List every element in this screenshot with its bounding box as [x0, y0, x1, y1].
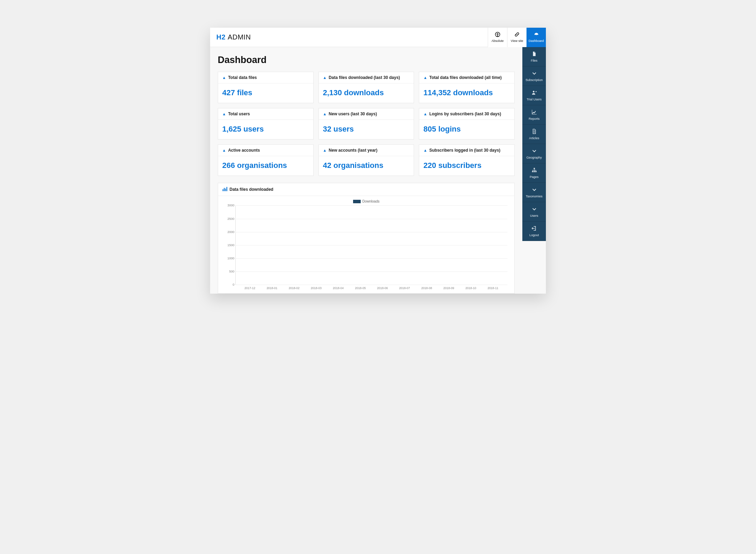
stat-head: ▲Total data files downloaded (all time) [419, 72, 514, 83]
stat-value: 220 subscribers [419, 156, 514, 176]
stats-grid: ▲Total data files427 files▲Data files do… [218, 72, 515, 176]
sitemap-icon [532, 168, 537, 174]
legend-swatch [353, 200, 361, 203]
header: H2 ADMIN AbsoluteView siteDashboard [210, 28, 546, 47]
brand-logo: H2 ADMIN [210, 33, 257, 41]
rail-item-label: Articles [529, 136, 539, 140]
brand-suffix: ADMIN [228, 33, 251, 41]
svg-rect-4 [533, 168, 535, 169]
dashboard-icon [534, 32, 539, 38]
rail-item-trial-users[interactable]: Trial Users [522, 86, 546, 105]
stat-card[interactable]: ▲Subscribers logged in (last 30 days)220… [419, 144, 515, 176]
svg-rect-9 [224, 188, 225, 191]
rail-item-articles[interactable]: Articles [522, 125, 546, 144]
header-btn-view-site[interactable]: View site [507, 28, 526, 47]
arrow-up-icon: ▲ [222, 148, 226, 152]
stat-head: ▲Active accounts [218, 145, 313, 156]
app-shell: H2 ADMIN AbsoluteView siteDashboard File… [210, 28, 546, 294]
chart-body: Downloads 050010001500200025003000 2017-… [218, 196, 514, 293]
stat-title: New accounts (last year) [329, 148, 378, 153]
y-tick: 2000 [223, 230, 234, 234]
stat-card[interactable]: ▲Data files downloaded (last 30 days)2,1… [318, 72, 414, 103]
x-tick: 2018-06 [376, 286, 389, 290]
chart-plot: 050010001500200025003000 [235, 205, 507, 285]
stat-card[interactable]: ▲Total users1,625 users [218, 108, 314, 140]
rail-item-label: Logout [529, 233, 539, 237]
chart-legend: Downloads [222, 199, 511, 203]
x-tick: 2018-03 [309, 286, 323, 290]
stat-card[interactable]: ▲New users (last 30 days)32 users [318, 108, 414, 140]
x-tick: 2018-01 [265, 286, 279, 290]
rail-item-label: Users [530, 214, 538, 217]
file-icon [532, 51, 537, 57]
chevron-down-icon [532, 206, 537, 213]
x-tick: 2018-02 [287, 286, 301, 290]
rail-item-users[interactable]: Users [522, 202, 546, 222]
rail-item-label: Files [531, 59, 537, 62]
rail-item-files[interactable]: Files [522, 47, 546, 66]
svg-rect-11 [226, 187, 227, 191]
stat-title: Subscribers logged in (last 30 days) [429, 148, 500, 153]
chevron-down-icon [532, 148, 537, 154]
brand-prefix: H2 [216, 33, 226, 41]
rail-item-label: Taxonomies [526, 195, 542, 198]
svg-point-3 [533, 91, 534, 92]
stat-head: ▲Data files downloaded (last 30 days) [319, 72, 414, 83]
rail-item-label: Pages [530, 175, 539, 179]
x-tick: 2018-09 [442, 286, 456, 290]
x-tick: 2018-04 [331, 286, 345, 290]
logout-icon [532, 226, 537, 232]
arrow-up-icon: ▲ [323, 112, 327, 116]
stat-title: New users (last 30 days) [329, 111, 377, 116]
rail-item-subscription[interactable]: Subscription [522, 66, 546, 86]
rail-item-taxonomies[interactable]: Taxonomies [522, 183, 546, 202]
rail-item-geography[interactable]: Geography [522, 144, 546, 163]
chart-line-icon [532, 109, 537, 116]
rail-item-label: Reports [529, 117, 540, 120]
stat-value: 32 users [319, 120, 414, 139]
user-plus-icon [532, 90, 537, 96]
stat-card[interactable]: ▲New accounts (last year)42 organisation… [318, 144, 414, 176]
x-tick: 2018-11 [486, 286, 500, 290]
x-tick: 2018-10 [464, 286, 478, 290]
stat-title: Logins by subscribers (last 30 days) [429, 111, 501, 116]
stat-head: ▲Logins by subscribers (last 30 days) [419, 108, 514, 120]
main-content: Dashboard ▲Total data files427 files▲Dat… [210, 47, 522, 294]
y-tick: 1500 [223, 243, 234, 247]
rail-item-logout[interactable]: Logout [522, 222, 546, 241]
stat-card[interactable]: ▲Active accounts266 organisations [218, 144, 314, 176]
chart-header: Data files downloaded [218, 183, 514, 196]
stat-head: ▲New accounts (last year) [319, 145, 414, 156]
stat-card[interactable]: ▲Total data files427 files [218, 72, 314, 103]
rail-item-reports[interactable]: Reports [522, 105, 546, 125]
page-title: Dashboard [218, 55, 515, 65]
chevron-down-icon [532, 71, 537, 77]
arrow-up-icon: ▲ [423, 75, 427, 80]
link-icon [514, 32, 520, 38]
stat-title: Data files downloaded (last 30 days) [329, 75, 400, 80]
y-tick: 1000 [223, 257, 234, 260]
header-btn-label: Absolute [492, 39, 504, 43]
y-tick: 2500 [223, 217, 234, 221]
stat-value: 266 organisations [218, 156, 313, 176]
arrow-up-icon: ▲ [323, 148, 327, 152]
header-btn-dashboard[interactable]: Dashboard [526, 28, 546, 47]
svg-point-1 [497, 33, 498, 34]
arrow-up-icon: ▲ [222, 112, 226, 116]
stat-card[interactable]: ▲Logins by subscribers (last 30 days)805… [419, 108, 515, 140]
stat-value: 114,352 downloads [419, 83, 514, 103]
chart-card: Data files downloaded Downloads 05001000… [218, 183, 515, 294]
y-tick: 500 [223, 270, 234, 273]
x-tick: 2018-05 [353, 286, 367, 290]
stat-value: 1,625 users [218, 120, 313, 139]
stat-head: ▲Subscribers logged in (last 30 days) [419, 145, 514, 156]
gridline [236, 285, 507, 285]
bars-container [236, 205, 507, 285]
header-btn-absolute[interactable]: Absolute [488, 28, 507, 47]
stat-head: ▲New users (last 30 days) [319, 108, 414, 120]
rail-item-label: Geography [526, 156, 542, 159]
stat-value: 2,130 downloads [319, 83, 414, 103]
rail-item-pages[interactable]: Pages [522, 163, 546, 183]
stat-card[interactable]: ▲Total data files downloaded (all time)1… [419, 72, 515, 103]
stat-value: 42 organisations [319, 156, 414, 176]
